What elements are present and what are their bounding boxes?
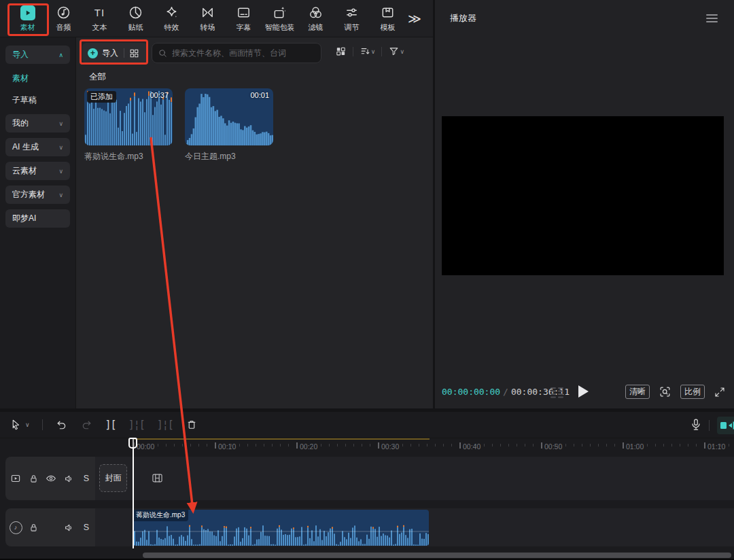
audio-track-type-icon: ♪: [9, 521, 22, 534]
timeline-audio-clip[interactable]: 蒋勋说生命.mp3: [133, 510, 429, 546]
capcut-app: 素材音频TI文本贴纸特效转场字幕智能包装滤镜调节模板≫ 导入∧素材子草稿我的∨A…: [0, 0, 734, 560]
toolbar-tab-subtitle[interactable]: 字幕: [226, 5, 262, 33]
audio-mute-speaker-icon[interactable]: [62, 521, 75, 534]
horizontal-scrollbar[interactable]: [143, 553, 731, 558]
filter-all-label[interactable]: 全部: [89, 71, 106, 83]
media-clip[interactable]: 已添加00:37蒋勋说生命.mp3: [84, 88, 173, 162]
toolbar-tab-filter[interactable]: 滤镜: [298, 5, 334, 33]
delete-left-button[interactable]: ]¦[: [128, 419, 145, 431]
ruler-tick-minor: [525, 444, 525, 447]
split-clip-button[interactable]: ][: [105, 419, 116, 431]
delete-button[interactable]: [186, 419, 198, 431]
toolbar-tab-text[interactable]: TI文本: [82, 5, 118, 33]
audio-solo-button[interactable]: S: [80, 521, 93, 534]
playhead-handle[interactable]: [128, 438, 137, 449]
sidebar-group[interactable]: AI 生成∨: [5, 138, 70, 156]
toolbar-tab-template[interactable]: 模板: [370, 5, 406, 33]
ruler-tick-major: [704, 442, 705, 449]
video-mute-speaker-icon[interactable]: [62, 472, 75, 485]
import-button-label: 导入: [102, 48, 118, 59]
media-clip[interactable]: 00:01今日主题.mp3: [185, 88, 273, 162]
toolbar-tab-sticker[interactable]: 贴纸: [118, 5, 154, 33]
view-controls: ∨ ∨: [335, 46, 404, 57]
ruler-tick-minor: [394, 444, 395, 447]
filter-button[interactable]: ∨: [388, 46, 404, 57]
record-voiceover-icon[interactable]: [689, 417, 703, 432]
time-ruler[interactable]: 00:0000:1000:2000:3000:4000:5001:0001:10: [95, 438, 734, 456]
player-menu-icon[interactable]: [706, 14, 718, 24]
left-region: 素材音频TI文本贴纸特效转场字幕智能包装滤镜调节模板≫ 导入∧素材子草稿我的∨A…: [0, 0, 433, 408]
timeline-panel: ∨ ][ ]¦[ ]¦[ 00:0000:1000:2000:: [0, 412, 734, 560]
select-tool-button[interactable]: ∨: [10, 419, 30, 431]
video-solo-button[interactable]: S: [80, 472, 93, 485]
redo-button[interactable]: [80, 419, 93, 432]
ruler-tick-minor: [508, 444, 509, 447]
material-icon: [20, 5, 35, 21]
ruler-tick-minor: [590, 444, 591, 447]
preview-frames-icon[interactable]: [549, 386, 565, 400]
video-visibility-eye-icon[interactable]: [44, 472, 58, 485]
ruler-tick-minor: [696, 444, 697, 447]
sidebar-group[interactable]: 官方素材∨: [5, 186, 70, 204]
fullscreen-icon[interactable]: [714, 386, 726, 398]
ruler-tick-minor: [223, 444, 224, 447]
ruler-tick-minor: [402, 444, 403, 447]
sidebar-item-import[interactable]: 导入∧: [5, 46, 70, 64]
ruler-label: 00:20: [300, 442, 317, 451]
ruler-tick-minor: [557, 444, 558, 447]
play-button[interactable]: [578, 385, 589, 398]
sort-button[interactable]: ∨: [360, 46, 376, 57]
cursor-icon: [10, 419, 22, 431]
ruler-tick-minor: [280, 444, 281, 447]
toolbar-tab-effects[interactable]: 特效: [154, 5, 190, 33]
effects-icon: [164, 5, 179, 21]
ruler-tick-minor: [337, 444, 338, 447]
import-button[interactable]: + 导入: [82, 43, 147, 63]
ruler-tick-minor: [549, 444, 550, 447]
ruler-label: 01:00: [626, 442, 644, 451]
ruler-tick-minor: [321, 444, 321, 447]
ruler-tick-minor: [565, 444, 566, 447]
toolbar-tab-material[interactable]: 素材: [10, 5, 46, 33]
undo-button[interactable]: [55, 419, 68, 432]
ruler-tick-minor: [370, 444, 370, 447]
audio-lock-icon[interactable]: [27, 521, 40, 534]
filter-icon: [308, 5, 324, 21]
ratio-button[interactable]: 比例: [680, 385, 705, 399]
ruler-tick-minor: [639, 444, 640, 447]
ruler-tick-minor: [247, 444, 248, 447]
toolbar-tab-audio[interactable]: 音频: [46, 5, 82, 33]
ruler-tick-minor: [419, 444, 419, 447]
sidebar-subitem[interactable]: 子草稿: [5, 91, 70, 109]
main-track-magnet-icon[interactable]: [717, 417, 734, 434]
ruler-tick-minor: [141, 444, 142, 447]
cover-button[interactable]: 封面: [99, 464, 127, 492]
player-right-controls: 清晰 比例: [625, 385, 726, 399]
clip-duration: 00:01: [250, 91, 269, 99]
focus-zoom-icon[interactable]: [659, 385, 671, 398]
playhead-line: [133, 438, 134, 548]
toolbar-tab-adjust[interactable]: 调节: [334, 5, 370, 33]
ruler-tick-minor: [631, 444, 631, 447]
delete-right-button[interactable]: ]¦[: [157, 419, 173, 431]
toolbar-expand-button[interactable]: ≫: [408, 11, 421, 27]
ruler-tick-minor: [272, 444, 273, 447]
video-track-lane[interactable]: [95, 457, 734, 500]
toolbar-tab-smart-package[interactable]: 智能包装: [262, 5, 298, 33]
grid-view-icon[interactable]: [335, 46, 347, 57]
ruler-tick-minor: [606, 444, 607, 447]
video-lock-icon[interactable]: [27, 472, 40, 485]
search-box[interactable]: [152, 43, 321, 63]
search-input[interactable]: [172, 48, 308, 58]
media-library-grid-icon[interactable]: [128, 48, 140, 59]
sidebar-group[interactable]: 即梦AI: [5, 209, 70, 228]
clip-duration: 00:37: [150, 91, 169, 99]
sidebar-subitem[interactable]: 素材: [5, 69, 70, 87]
ruler-tick-minor: [647, 444, 648, 447]
ruler-tick-minor: [239, 444, 240, 447]
quality-button[interactable]: 清晰: [625, 385, 650, 399]
sidebar-group[interactable]: 云素材∨: [5, 162, 70, 180]
ruler-label: 00:00: [137, 442, 154, 451]
sidebar-group[interactable]: 我的∨: [5, 114, 70, 133]
toolbar-tab-transition[interactable]: 转场: [190, 5, 226, 33]
